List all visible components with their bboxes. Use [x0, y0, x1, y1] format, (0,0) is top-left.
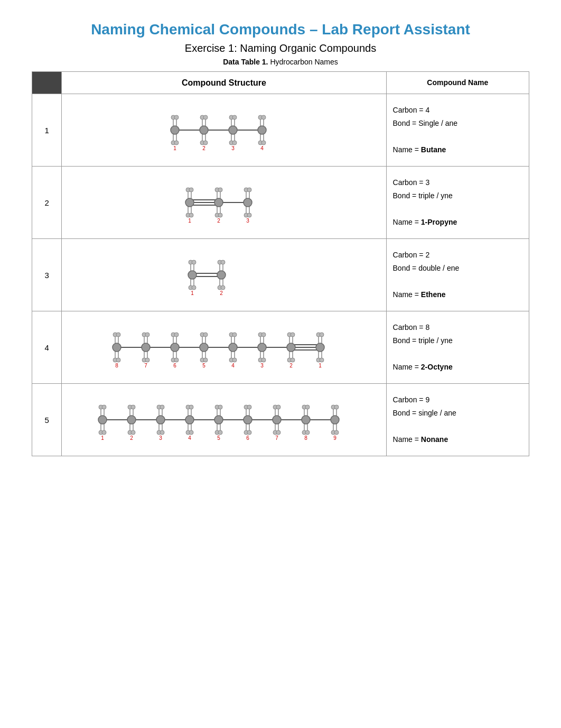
svg-point-255	[334, 405, 339, 409]
header-compound-structure: Compound Structure	[62, 72, 386, 94]
svg-point-37	[200, 126, 208, 134]
svg-point-282	[302, 416, 310, 424]
svg-text:2: 2	[203, 145, 206, 151]
svg-point-75	[244, 198, 252, 207]
svg-text:1: 1	[191, 290, 194, 296]
svg-point-19	[232, 115, 237, 119]
svg-point-162	[320, 358, 324, 362]
svg-text:6: 6	[174, 363, 177, 368]
svg-point-110	[145, 333, 149, 337]
svg-point-15	[203, 141, 208, 145]
svg-text:8: 8	[116, 363, 119, 368]
svg-text:3: 3	[159, 435, 162, 441]
svg-point-118	[174, 333, 179, 337]
svg-point-235	[247, 430, 251, 435]
svg-point-247	[305, 405, 310, 409]
compound-structure-1: 1234	[62, 94, 386, 167]
svg-point-178	[200, 343, 208, 352]
svg-point-11	[203, 115, 208, 119]
svg-text:1: 1	[174, 145, 177, 151]
svg-point-62	[247, 188, 251, 192]
table-row: 487654321Carbon = 8Bond = triple / yneNa…	[32, 311, 529, 384]
svg-text:5: 5	[203, 363, 206, 368]
subtitle: Exercise 1: Naming Organic Compounds	[32, 42, 529, 54]
svg-point-84	[192, 285, 196, 290]
svg-point-268	[98, 416, 107, 424]
svg-text:2: 2	[220, 290, 223, 296]
svg-point-66	[247, 213, 251, 217]
svg-point-126	[203, 333, 208, 337]
svg-point-31	[261, 141, 266, 145]
svg-point-41	[258, 126, 266, 134]
svg-point-184	[287, 343, 295, 352]
svg-point-3	[174, 115, 179, 119]
svg-point-231	[247, 405, 251, 409]
svg-text:6: 6	[246, 435, 249, 441]
svg-point-199	[131, 405, 135, 409]
svg-text:1: 1	[101, 435, 104, 441]
table-row: 2123Carbon = 3Bond = triple / yneName = …	[32, 167, 529, 239]
svg-point-95	[188, 271, 197, 279]
svg-text:1: 1	[188, 218, 191, 224]
svg-point-280	[273, 416, 281, 424]
svg-text:8: 8	[304, 435, 307, 441]
svg-text:2: 2	[290, 363, 293, 368]
svg-point-284	[331, 416, 339, 424]
compound-structure-5: 123456789	[62, 384, 386, 456]
svg-point-176	[171, 343, 179, 352]
table-row: 5123456789Carbon = 9Bond = single / aneN…	[32, 384, 529, 456]
compound-name-4: Carbon = 8Bond = triple / yneName = 2-Oc…	[386, 311, 529, 384]
svg-text:9: 9	[333, 435, 336, 441]
svg-point-207	[160, 405, 164, 409]
svg-point-7	[174, 141, 179, 145]
compound-name-1: Carbon = 4Bond = Single / aneName = Buta…	[386, 94, 529, 167]
compound-structure-3: 12	[62, 239, 386, 311]
data-table: Compound Structure Compound Name 11234Ca…	[32, 71, 529, 456]
svg-point-92	[221, 285, 225, 290]
svg-point-71	[185, 198, 194, 207]
svg-text:7: 7	[275, 435, 278, 441]
svg-text:3: 3	[261, 363, 264, 368]
svg-point-174	[142, 343, 150, 352]
svg-point-106	[116, 358, 120, 362]
svg-point-142	[261, 333, 266, 337]
svg-text:4: 4	[188, 435, 191, 441]
svg-point-272	[156, 416, 165, 424]
svg-text:3: 3	[232, 145, 235, 151]
row-num-4: 4	[32, 311, 62, 384]
svg-point-146	[261, 358, 266, 362]
svg-point-150	[291, 333, 295, 337]
svg-point-130	[203, 358, 208, 362]
svg-point-251	[305, 430, 310, 435]
table-label: Data Table 1. Hydrocarbon Names	[32, 58, 529, 66]
svg-point-134	[232, 333, 237, 337]
svg-text:4: 4	[261, 145, 264, 151]
svg-point-215	[189, 405, 193, 409]
svg-point-114	[145, 358, 149, 362]
svg-point-270	[127, 416, 136, 424]
svg-point-35	[171, 126, 179, 134]
svg-text:5: 5	[217, 435, 220, 441]
svg-point-276	[214, 416, 223, 424]
svg-point-278	[244, 416, 252, 424]
svg-point-58	[218, 213, 222, 217]
compound-name-3: Carbon = 2Bond = double / eneName = Ethe…	[386, 239, 529, 311]
svg-point-102	[116, 333, 120, 337]
svg-point-243	[276, 430, 280, 435]
svg-point-23	[232, 141, 237, 145]
svg-point-138	[232, 358, 237, 362]
header-compound-name: Compound Name	[386, 72, 529, 94]
svg-text:7: 7	[145, 363, 148, 368]
svg-point-39	[229, 126, 237, 134]
svg-point-186	[316, 343, 324, 352]
svg-text:2: 2	[217, 218, 220, 224]
svg-point-27	[261, 115, 266, 119]
svg-text:2: 2	[130, 435, 133, 441]
svg-point-50	[189, 213, 193, 217]
svg-point-80	[192, 260, 196, 264]
svg-point-191	[102, 405, 106, 409]
header-row-num	[32, 72, 62, 94]
svg-point-172	[113, 343, 121, 352]
table-row: 11234Carbon = 4Bond = Single / aneName =…	[32, 94, 529, 167]
svg-text:3: 3	[246, 218, 249, 224]
